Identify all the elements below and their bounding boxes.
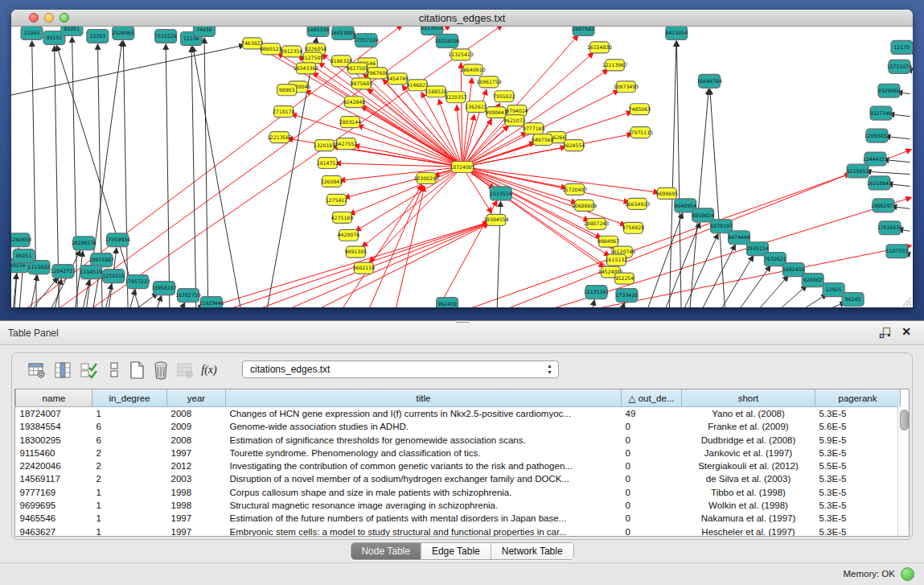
- cell-title[interactable]: Disruption of a novel member of a sodium…: [226, 472, 622, 485]
- graph-node-4420076[interactable]: 4420076: [338, 229, 360, 241]
- cell-name[interactable]: 14569117: [16, 472, 92, 485]
- tab-edge-table[interactable]: Edge Table: [421, 543, 491, 559]
- graph-node-2260843[interactable]: 2260843: [321, 175, 343, 187]
- table-row[interactable]: 911546021997Tourette syndrome. Phenomeno…: [16, 447, 901, 459]
- edge-black[interactable]: [591, 300, 595, 307]
- cell-name[interactable]: 18300295: [16, 434, 92, 447]
- cell-short[interactable]: Wolkin et al. (1998): [682, 499, 815, 512]
- graph-node-16640910[interactable]: 16640910: [460, 64, 485, 76]
- graph-node-15751074[interactable]: 15751074: [887, 60, 912, 73]
- cell-out_de[interactable]: 0: [622, 434, 682, 447]
- column-header-year[interactable]: year: [167, 389, 226, 407]
- select-rows-icon[interactable]: [78, 360, 99, 381]
- cell-out_de[interactable]: 0: [622, 525, 682, 537]
- table-row[interactable]: 1938455462009Genome-wide association stu…: [16, 420, 901, 433]
- graph-node-9621072[interactable]: 9621072: [503, 115, 526, 126]
- cell-short[interactable]: Tibbo et al. (1998): [682, 486, 815, 499]
- graph-node-8454749[interactable]: 8454749: [386, 73, 409, 84]
- edge-black[interactable]: [794, 294, 827, 307]
- graph-node-1588520[interactable]: 1588520: [425, 86, 447, 97]
- edge-black[interactable]: [813, 303, 846, 307]
- edge-black[interactable]: [191, 47, 196, 307]
- cell-out_de[interactable]: 0: [622, 447, 682, 459]
- cell-out_de[interactable]: 0: [622, 512, 682, 525]
- table-row[interactable]: 1830029562008Estimation of significance …: [16, 434, 901, 447]
- graph-node-19692971[interactable]: 19692971: [871, 199, 896, 212]
- table-row[interactable]: 1872400712008Changes of HCN gene express…: [16, 407, 901, 421]
- cell-short[interactable]: Jankovic et al. (1997): [682, 447, 815, 459]
- network-window-titlebar[interactable]: citations_edges.txt: [11, 10, 913, 27]
- graph-node-9827505[interactable]: 9827505: [347, 63, 369, 74]
- edge-black[interactable]: [699, 245, 735, 307]
- graph-node-9329966[interactable]: 9329966: [878, 84, 901, 97]
- edge-black[interactable]: [128, 290, 135, 307]
- graph-node-9990443[interactable]: 9990443: [485, 107, 507, 118]
- cell-year[interactable]: 1998: [167, 486, 226, 499]
- graph-node-10958107[interactable]: 10958107: [151, 282, 176, 295]
- graph-node-18807243[interactable]: 18807243: [584, 218, 609, 229]
- table-settings-icon[interactable]: [27, 360, 47, 381]
- table-row[interactable]: 977716911998Corpus callosum shape and si…: [16, 486, 901, 499]
- cell-title[interactable]: Tourette syndrome. Phenomenology and cla…: [226, 447, 622, 459]
- cell-pagerank[interactable]: 5.3E-5: [815, 407, 901, 421]
- edge-red[interactable]: [361, 106, 462, 167]
- table-vertical-scrollbar[interactable]: [897, 406, 909, 536]
- graph-node-9227349[interactable]: 9227349: [870, 106, 893, 120]
- cell-title[interactable]: Estimation of the future numbers of pati…: [226, 512, 622, 525]
- edge-black[interactable]: [47, 250, 80, 307]
- table-row[interactable]: 946554611997Estimation of the future num…: [16, 512, 901, 525]
- cell-in_degree[interactable]: 6: [92, 434, 167, 447]
- graph-node-4275169[interactable]: 4275169: [331, 212, 354, 223]
- graph-node-1275412[interactable]: 1275412: [326, 194, 348, 205]
- row-height-icon[interactable]: [104, 360, 125, 381]
- column-header-title[interactable]: title: [226, 389, 622, 407]
- float-panel-icon[interactable]: [879, 327, 892, 340]
- cell-out_de[interactable]: 0: [622, 472, 682, 485]
- cell-short[interactable]: Yano et al. (2008): [682, 407, 815, 421]
- graph-node-10688609[interactable]: 10688609: [572, 200, 597, 211]
- table-row[interactable]: 2242004622012Investigating the contribut…: [16, 459, 901, 472]
- cell-pagerank[interactable]: 5.6E-5: [815, 420, 901, 433]
- edge-black[interactable]: [735, 266, 770, 307]
- cell-year[interactable]: 1997: [167, 447, 226, 459]
- graph-node-85051[interactable]: 85051: [13, 249, 35, 263]
- edge-red[interactable]: [182, 222, 488, 307]
- edge-red[interactable]: [339, 167, 462, 181]
- graph-node-15720407[interactable]: 15720407: [562, 183, 587, 195]
- cell-name[interactable]: 9115460: [16, 447, 92, 459]
- network-canvas[interactable]: 1872400718300295193845542106593151850511…: [11, 27, 913, 307]
- splitter-handle[interactable]: [456, 320, 469, 326]
- cell-title[interactable]: Changes of HCN gene expression and I(f) …: [226, 407, 622, 421]
- cell-in_degree[interactable]: 1: [92, 499, 167, 512]
- edge-red[interactable]: [81, 27, 503, 307]
- node-table[interactable]: namein_degreeyeartitle△ out_de...shortpa…: [15, 389, 901, 537]
- graph-node-8220357[interactable]: 8220357: [445, 92, 467, 103]
- column-header-in_degree[interactable]: in_degree: [92, 389, 167, 407]
- cell-in_degree[interactable]: 2: [92, 447, 167, 459]
- cell-name[interactable]: 9465546: [16, 512, 92, 525]
- graph-node-16782759[interactable]: 16782759: [175, 289, 200, 303]
- dropdown-stepper-icon[interactable]: ▲▼: [547, 363, 552, 376]
- graph-node-9474444[interactable]: 9474444: [728, 231, 750, 245]
- cell-pagerank[interactable]: 5.3E-5: [815, 512, 901, 525]
- network-window[interactable]: citations_edges.txt 18724007183002951938…: [11, 10, 913, 307]
- graph-node-11325413[interactable]: 11325413: [448, 49, 473, 60]
- function-builder-icon[interactable]: f(x): [199, 360, 220, 381]
- graph-node-7955822[interactable]: 7955822: [493, 91, 515, 102]
- graph-node-2967608[interactable]: 2967608: [367, 68, 389, 79]
- graph-node-2087682[interactable]: 2087682: [573, 27, 595, 35]
- cell-pagerank[interactable]: 5.5E-5: [815, 459, 901, 472]
- graph-node-1187533[interactable]: 1187533: [886, 245, 909, 258]
- column-header-short[interactable]: short: [682, 389, 815, 407]
- graph-node-85051[interactable]: 85051: [61, 27, 83, 35]
- tab-node-table[interactable]: Node Table: [351, 543, 421, 559]
- graph-node-924502[interactable]: 924502: [802, 274, 823, 287]
- cell-pagerank[interactable]: 5.3E-5: [815, 447, 901, 459]
- graph-node-15135141[interactable]: 15135141: [584, 286, 609, 299]
- cell-pagerank[interactable]: 5.3E-5: [815, 525, 901, 537]
- edge-black[interactable]: [204, 38, 208, 307]
- graph-node-2526065[interactable]: 2526065: [112, 27, 134, 39]
- cell-title[interactable]: Corpus callosum shape and size in male p…: [226, 486, 622, 499]
- graph-node-18724007[interactable]: 18724007: [450, 162, 474, 173]
- close-panel-icon[interactable]: ✕: [901, 325, 911, 338]
